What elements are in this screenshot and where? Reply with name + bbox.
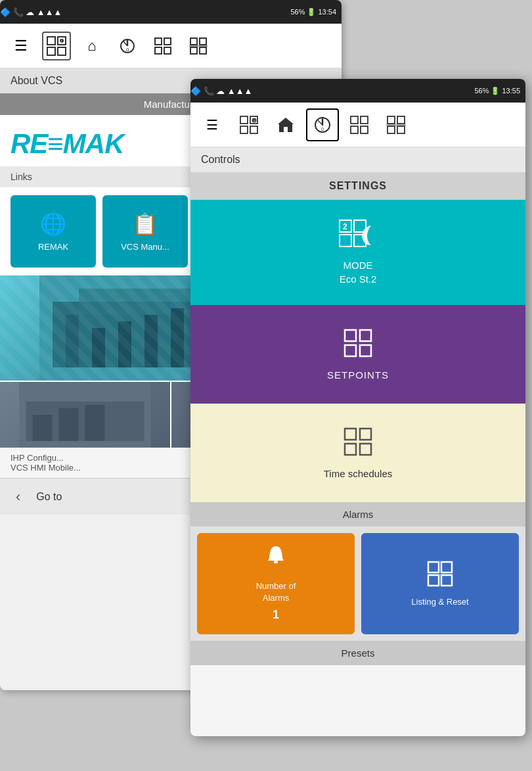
svg-rect-71 — [428, 575, 439, 586]
controls-label: Controls — [190, 147, 525, 172]
listing-grid-icon — [427, 561, 453, 592]
svg-rect-47 — [351, 126, 358, 133]
back-battery: 56% — [290, 8, 305, 16]
svg-rect-24 — [171, 308, 184, 367]
nav-bar-front: ☰ i 0 — [190, 103, 525, 147]
info-icon-front[interactable]: i — [233, 108, 265, 141]
svg-rect-13 — [200, 38, 206, 45]
svg-rect-9 — [164, 38, 171, 45]
number-of-alarms-value: 1 — [256, 607, 296, 623]
number-of-alarms-label: Number ofAlarms — [256, 580, 296, 604]
manual-icon: 📋 — [132, 212, 158, 237]
svg-rect-63 — [345, 429, 356, 440]
mode-value: Eco St.2 — [340, 272, 377, 286]
settings-icon2-back[interactable] — [184, 32, 213, 60]
alarms-cards-container: Number ofAlarms 1 Listing & Reset — [190, 526, 525, 641]
svg-rect-50 — [397, 116, 405, 124]
svg-rect-0 — [47, 37, 55, 45]
factory-image — [0, 382, 170, 448]
number-of-alarms-card[interactable]: Number ofAlarms 1 — [197, 533, 355, 634]
svg-rect-21 — [92, 328, 105, 367]
svg-rect-32 — [85, 405, 105, 441]
menu-icon-front[interactable]: ☰ — [196, 108, 229, 141]
mode-card[interactable]: 2 MODE Eco St.2 — [190, 200, 525, 305]
control-icon-front[interactable]: 0 — [306, 108, 339, 141]
settings-icon1-back[interactable] — [148, 32, 177, 60]
status-bar-front: 🔷 📞 ☁ ▲▲▲ 56% 🔋 13:55 — [190, 79, 525, 103]
front-status-icons: 🔷 📞 ☁ ▲▲▲ — [190, 86, 252, 96]
svg-rect-39 — [240, 126, 248, 133]
presets-section-header: Presets — [190, 641, 525, 665]
svg-rect-61 — [345, 345, 356, 356]
mode-label: MODE — [340, 258, 377, 272]
back-time: 13:54 — [318, 8, 336, 16]
svg-rect-46 — [361, 116, 368, 124]
svg-rect-52 — [397, 126, 405, 133]
svg-rect-51 — [388, 126, 395, 133]
svg-rect-37 — [240, 116, 248, 124]
status-bar-back: 🔷 📞 ☁ ▲▲▲ 56% 🔋 13:54 — [0, 0, 342, 24]
svg-rect-2 — [47, 47, 55, 55]
svg-text:0: 0 — [126, 47, 129, 53]
home-icon-back[interactable]: ⌂ — [78, 32, 106, 60]
svg-rect-8 — [155, 38, 162, 45]
svg-rect-22 — [118, 321, 131, 367]
settings-icon2-front[interactable] — [380, 108, 412, 141]
svg-rect-11 — [164, 47, 171, 54]
svg-rect-15 — [200, 47, 206, 54]
svg-rect-49 — [388, 116, 395, 124]
alarms-section-header: Alarms — [190, 502, 525, 526]
remak-link-card[interactable]: 🌐 REMAK — [11, 195, 96, 268]
number-of-alarms-text: Number ofAlarms 1 — [256, 580, 296, 624]
svg-rect-69 — [428, 562, 439, 572]
timeschedules-grid-icon — [344, 427, 372, 461]
svg-rect-30 — [33, 415, 53, 441]
timeschedules-card[interactable]: Time schedules — [190, 404, 525, 502]
svg-rect-70 — [441, 562, 452, 572]
svg-rect-65 — [345, 444, 356, 455]
menu-icon-back[interactable]: ☰ — [7, 32, 35, 60]
mode-text: MODE Eco St.2 — [340, 258, 377, 286]
mode-icon-area: 2 — [338, 219, 378, 252]
svg-rect-31 — [59, 408, 79, 441]
setpoints-grid-icon — [344, 329, 372, 363]
globe-icon: 🌐 — [40, 212, 66, 237]
svg-point-68 — [274, 560, 278, 564]
back-status-icons: 🔷 📞 ☁ ▲▲▲ — [0, 7, 62, 17]
goto-label: Go to — [36, 491, 62, 503]
info-icon-back[interactable]: i — [42, 32, 71, 60]
setpoints-label: SETPOINTS — [327, 369, 389, 381]
remak-link-label: REMAK — [38, 242, 68, 252]
vcs-manual-link-card[interactable]: 📋 VCS Manu... — [102, 195, 188, 268]
svg-rect-3 — [58, 47, 66, 55]
front-battery: 56% — [474, 87, 489, 95]
svg-rect-48 — [361, 126, 368, 133]
svg-rect-72 — [441, 575, 452, 586]
svg-text:0: 0 — [321, 127, 324, 131]
svg-rect-64 — [360, 429, 371, 440]
svg-rect-45 — [351, 116, 358, 124]
setpoints-card[interactable]: SETPOINTS — [190, 305, 525, 404]
svg-rect-62 — [360, 345, 371, 356]
nav-bar-back: ☰ i ⌂ 0 — [0, 24, 342, 68]
settings-icon1-front[interactable] — [343, 108, 376, 141]
svg-rect-60 — [360, 330, 371, 341]
front-window: 🔷 📞 ☁ ▲▲▲ 56% 🔋 13:55 ☰ i — [190, 79, 525, 736]
listing-reset-text: Listing & Reset — [411, 597, 468, 607]
front-time: 13:55 — [502, 87, 520, 95]
home-icon-front[interactable] — [269, 108, 302, 141]
vcs-manual-link-label: VCS Manu... — [121, 242, 169, 252]
svg-rect-40 — [250, 126, 257, 133]
svg-rect-12 — [190, 38, 197, 45]
settings-header: SETTINGS — [190, 172, 525, 200]
listing-reset-card[interactable]: Listing & Reset — [361, 533, 519, 634]
svg-rect-14 — [190, 47, 197, 54]
control-icon-back[interactable]: 0 — [113, 32, 142, 60]
svg-rect-23 — [144, 315, 158, 367]
svg-rect-59 — [345, 330, 356, 341]
chevron-back-button[interactable]: ‹ — [11, 486, 26, 508]
bell-icon — [263, 544, 289, 575]
svg-rect-56 — [340, 235, 351, 246]
svg-rect-10 — [155, 47, 162, 54]
timeschedules-label: Time schedules — [324, 468, 393, 479]
